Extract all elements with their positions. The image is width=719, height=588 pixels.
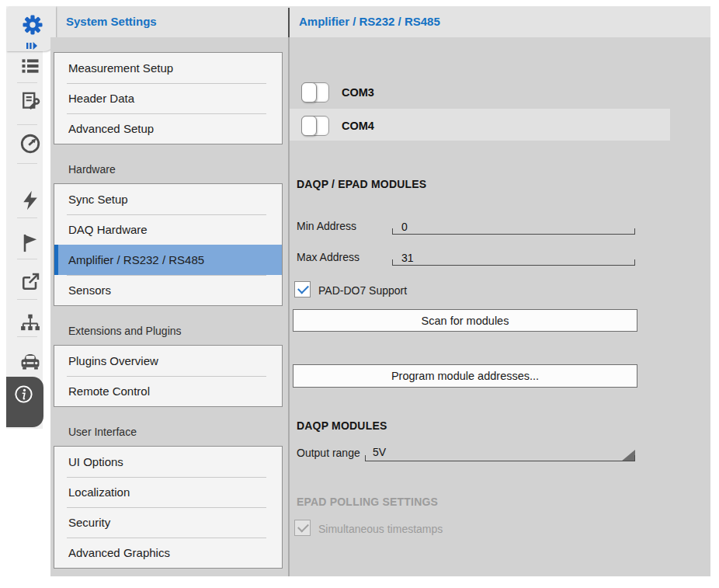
simultaneous-timestamps-label: Simultaneous timestamps <box>318 523 443 535</box>
menu-group-hardware: Sync Setup DAQ Hardware Amplifier / RS23… <box>54 183 283 306</box>
daqp-modules-heading: DAQP MODULES <box>297 419 387 432</box>
setup-file-icon[interactable] <box>19 91 41 113</box>
epad-polling-settings-heading: EPAD POLLING SETTINGS <box>297 496 438 508</box>
com4-label: COM4 <box>342 120 374 132</box>
menu-item-measurement-setup[interactable]: Measurement Setup <box>54 53 282 83</box>
menu-item-localization[interactable]: Localization <box>54 477 282 507</box>
simultaneous-timestamps-checkbox <box>294 520 311 536</box>
sidebar-separator <box>17 163 37 164</box>
sidebar-separator <box>17 124 37 125</box>
sidebar-separator <box>17 336 37 337</box>
tab-info[interactable] <box>6 377 43 427</box>
check-icon <box>297 283 309 294</box>
menu-group-general: Measurement Setup Header Data Advanced S… <box>54 52 283 144</box>
header-divider <box>288 8 290 37</box>
channel-list-icon[interactable] <box>19 55 41 77</box>
vehicle-car-icon[interactable] <box>19 350 41 371</box>
scan-for-modules-button[interactable]: Scan for modules <box>293 309 637 332</box>
expand-mode-icon <box>26 42 37 50</box>
min-address-label: Min Address <box>297 220 356 232</box>
output-range-dropdown[interactable]: 5V <box>365 445 635 461</box>
sidebar-separator <box>17 82 37 83</box>
output-range-label: Output range <box>297 447 360 459</box>
menu-item-header-data[interactable]: Header Data <box>54 83 282 113</box>
menu-group-user-interface: UI Options Localization Security Advance… <box>54 446 283 569</box>
content-panel-title: Amplifier / RS232 / RS485 <box>299 6 440 37</box>
amplifier-settings-panel: COM3 COM4 DAQP / EPAD MODULES Min Addres… <box>290 37 710 576</box>
menu-panel-title: System Settings <box>66 6 157 37</box>
menu-item-advanced-graphics[interactable]: Advanced Graphics <box>54 538 282 568</box>
menu-item-plugins-overview[interactable]: Plugins Overview <box>54 346 282 376</box>
icon-sidebar <box>6 6 43 429</box>
program-module-addresses-button[interactable]: Program module addresses... <box>293 364 637 388</box>
menu-item-advanced-setup[interactable]: Advanced Setup <box>54 113 282 144</box>
max-address-input[interactable] <box>392 249 635 266</box>
menu-item-remote-control[interactable]: Remote Control <box>54 376 282 406</box>
info-icon <box>13 384 34 405</box>
max-address-label: Max Address <box>297 251 360 263</box>
header-strip: System Settings Amplifier / RS232 / RS48… <box>8 6 710 37</box>
settings-menu-panel: Measurement Setup Header Data Advanced S… <box>50 37 288 576</box>
sidebar-separator <box>17 259 37 259</box>
pad-do7-label: PAD-DO7 Support <box>318 284 407 297</box>
measure-gauge-icon[interactable] <box>19 133 41 155</box>
flag-icon[interactable] <box>19 232 41 254</box>
sidebar-separator <box>17 217 37 218</box>
com4-toggle[interactable] <box>301 116 329 136</box>
gear-icon <box>22 14 43 36</box>
check-icon <box>297 521 309 533</box>
menu-group-extensions: Plugins Overview Remote Control <box>54 345 283 407</box>
app-window: System Settings Amplifier / RS232 / RS48… <box>0 0 719 588</box>
menu-item-daq-hardware[interactable]: DAQ Hardware <box>54 214 282 245</box>
com4-toggle-knob <box>301 116 317 136</box>
menu-group-label-user-interface: User Interface <box>54 418 283 446</box>
menu-group-label-extensions: Extensions and Plugins <box>54 317 283 345</box>
min-address-field <box>392 218 635 235</box>
tab-settings-active[interactable] <box>6 6 56 51</box>
menu-group-label-hardware: Hardware <box>54 155 283 183</box>
export-icon[interactable] <box>19 271 41 293</box>
output-range-underline <box>365 455 635 461</box>
com3-toggle-knob <box>301 82 317 103</box>
menu-item-ui-options[interactable]: UI Options <box>54 447 282 477</box>
daqp-epad-modules-heading: DAQP / EPAD MODULES <box>297 178 426 190</box>
menu-item-security[interactable]: Security <box>54 507 282 538</box>
output-range-value: 5V <box>373 446 386 458</box>
dropdown-arrow-icon <box>621 450 635 461</box>
pad-do7-checkbox[interactable] <box>294 281 311 297</box>
menu-item-sync-setup[interactable]: Sync Setup <box>54 184 282 214</box>
com3-label: COM3 <box>342 86 374 99</box>
menu-item-amplifier-rs232-rs485[interactable]: Amplifier / RS232 / RS485 <box>54 245 282 275</box>
network-sitemap-icon[interactable] <box>19 311 41 333</box>
min-address-input[interactable] <box>392 218 635 235</box>
power-bolt-icon[interactable] <box>19 190 41 211</box>
sidebar-separator <box>17 299 37 300</box>
max-address-field <box>392 249 635 266</box>
com3-toggle[interactable] <box>301 82 329 103</box>
menu-item-sensors[interactable]: Sensors <box>54 275 282 305</box>
